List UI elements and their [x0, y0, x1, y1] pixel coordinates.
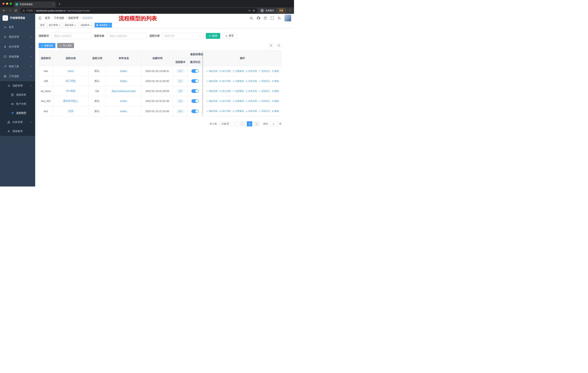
sidebar-item-process-management[interactable]: 流程管理	[0, 81, 35, 90]
status-toggle[interactable]	[191, 99, 199, 103]
sidebar-item-user-group[interactable]: 用户分组	[0, 100, 35, 109]
action-assign[interactable]: 分配规则	[232, 90, 244, 93]
action-publish[interactable]: 发布流程	[245, 70, 257, 73]
back-icon[interactable]	[2, 9, 6, 12]
form-info-link[interactable]: biubiu	[120, 70, 127, 72]
help-icon[interactable]	[263, 16, 267, 20]
sidebar-item-process-model[interactable]: 流程模型	[0, 109, 35, 118]
sidebar-item-payment[interactable]: 支付管理	[0, 42, 35, 52]
action-definition[interactable]: 流程定义	[259, 110, 270, 113]
action-delete[interactable]: 删除	[272, 80, 279, 83]
update-button[interactable]: 更新	[277, 8, 286, 13]
form-info-link[interactable]: /bpm/oa/leave/create	[112, 90, 136, 92]
status-toggle[interactable]	[191, 89, 199, 93]
tag-close-icon[interactable]: ×	[90, 24, 92, 26]
action-assign[interactable]: 分配规则	[232, 80, 244, 83]
sidebar-item-workflow[interactable]: 工作流程	[0, 71, 35, 81]
nav-tag-process-form[interactable]: 流程表单×	[79, 23, 94, 28]
action-edit[interactable]: 修改流程	[206, 100, 218, 103]
form-info-link[interactable]: biubiu	[120, 80, 127, 82]
breadcrumb-item[interactable]: 流程管理	[68, 16, 78, 20]
action-design[interactable]: 设计流程	[219, 70, 231, 73]
close-window-button[interactable]	[2, 2, 5, 5]
action-edit[interactable]: 修改流程	[206, 90, 218, 93]
search-button[interactable]: 搜索	[206, 33, 220, 39]
action-design[interactable]: 设计流程	[219, 80, 231, 83]
status-toggle[interactable]	[191, 69, 199, 73]
password-key-icon[interactable]	[248, 9, 251, 12]
action-edit[interactable]: 修改流程	[206, 110, 218, 113]
breadcrumb-item[interactable]: 首页	[45, 16, 50, 20]
action-design[interactable]: 设计流程	[219, 100, 231, 103]
action-definition[interactable]: 流程定义	[259, 100, 270, 103]
action-edit[interactable]: 修改流程	[206, 80, 218, 83]
process-name-input[interactable]	[106, 33, 147, 39]
toggle-search-icon[interactable]	[268, 43, 274, 48]
action-edit[interactable]: 修改流程	[206, 70, 218, 73]
prev-page-button[interactable]: ‹	[240, 121, 245, 126]
process-name-link[interactable]: 滔博	[68, 110, 73, 113]
action-publish[interactable]: 发布流程	[245, 80, 257, 83]
page-size-select[interactable]: 10条/页	[220, 121, 238, 126]
page-number-1[interactable]: 1	[247, 121, 252, 126]
new-tab-button[interactable]: +	[59, 2, 61, 6]
goto-page-input[interactable]	[269, 121, 278, 126]
process-key-input[interactable]	[51, 33, 91, 39]
sidebar-item-leave-query[interactable]: 请假查询	[0, 127, 35, 136]
nav-tag-home[interactable]: 首页	[38, 23, 46, 28]
process-category-select[interactable]: 流程分类	[162, 33, 204, 39]
action-delete[interactable]: 删除	[272, 90, 279, 93]
minimize-window-button[interactable]	[6, 2, 8, 5]
font-size-icon[interactable]	[277, 16, 281, 20]
action-publish[interactable]: 发布流程	[245, 90, 257, 93]
github-icon[interactable]	[257, 16, 260, 20]
refresh-icon[interactable]	[276, 43, 282, 48]
action-publish[interactable]: 发布流程	[245, 100, 257, 103]
tag-close-icon[interactable]: ×	[59, 24, 60, 26]
status-toggle[interactable]	[191, 110, 199, 113]
sidebar-item-task-management[interactable]: 任务管理	[0, 118, 35, 127]
import-process-button[interactable]: 导入流程	[57, 43, 74, 48]
avatar[interactable]	[284, 15, 291, 21]
nav-tag-process-model[interactable]: 流程模型×	[94, 23, 112, 28]
breadcrumb-item[interactable]: 工作流程	[54, 16, 64, 20]
action-design[interactable]: 设计流程	[219, 90, 231, 93]
sidebar-item-infrastructure[interactable]: 基础设施	[0, 52, 35, 61]
hamburger-icon[interactable]	[38, 17, 42, 20]
warning-icon[interactable]	[22, 9, 25, 12]
process-name-link[interactable]: OA 请假	[66, 90, 75, 93]
sidebar-item-home[interactable]: 首页	[0, 22, 35, 32]
action-definition[interactable]: 流程定义	[259, 70, 270, 73]
action-delete[interactable]: 删除	[272, 100, 279, 103]
tag-close-icon[interactable]: ×	[75, 24, 76, 26]
process-name-link[interactable]: 自己审批	[66, 80, 76, 83]
sidebar-item-system[interactable]: 系统管理	[0, 32, 35, 42]
nav-tag-my-process[interactable]: 我的流程×	[63, 23, 78, 28]
browser-menu-dots-icon[interactable]	[289, 9, 292, 12]
search-icon[interactable]	[250, 16, 253, 20]
create-process-button[interactable]: 新建流程	[39, 43, 55, 48]
next-page-button[interactable]: ›	[254, 121, 260, 126]
reset-button[interactable]: 重置	[222, 33, 237, 39]
action-definition[interactable]: 流程定义	[259, 80, 270, 83]
form-info-link[interactable]: biubiu	[120, 110, 127, 113]
browser-tab[interactable]: 芋道管理系统 ×	[14, 1, 56, 7]
nav-tag-tenant[interactable]: 租户管理×	[47, 23, 62, 28]
process-name-link[interactable]: eeee	[68, 70, 74, 72]
tab-close-icon[interactable]: ×	[53, 3, 54, 6]
form-info-link[interactable]: biubiu	[120, 100, 127, 102]
action-assign[interactable]: 分配规则	[232, 70, 244, 73]
zoom-window-button[interactable]	[10, 2, 12, 5]
action-design[interactable]: 设计流程	[219, 110, 231, 113]
action-delete[interactable]: 删除	[272, 70, 279, 73]
reload-icon[interactable]	[14, 9, 18, 12]
fullscreen-icon[interactable]	[271, 16, 274, 20]
action-delete[interactable]: 删除	[272, 110, 279, 113]
action-assign[interactable]: 分配规则	[232, 110, 244, 113]
action-definition[interactable]: 流程定义	[259, 90, 270, 93]
sidebar-item-process-form[interactable]: 流程表单	[0, 90, 35, 100]
address-bar[interactable]: 不安全 dashboard.yudao.iocoder.cn/bpm/manag…	[20, 8, 258, 13]
forward-icon[interactable]	[8, 9, 12, 12]
action-publish[interactable]: 发布流程	[245, 110, 257, 113]
action-assign[interactable]: 分配规则	[232, 100, 244, 103]
